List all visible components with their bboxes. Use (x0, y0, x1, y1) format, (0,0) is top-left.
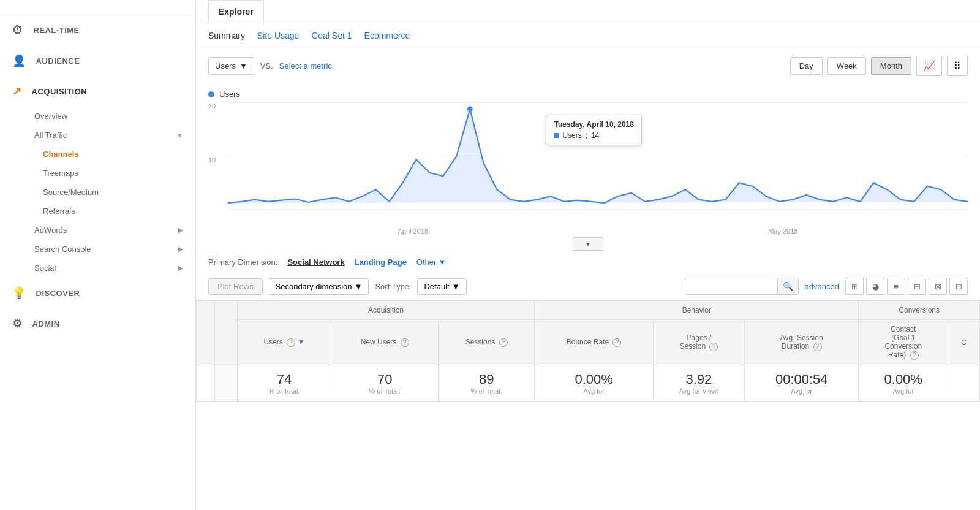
sidebar-sub-social[interactable]: Social ▶ (0, 259, 195, 278)
pages-help-icon[interactable]: ? (709, 343, 718, 351)
users-sort-arrow: ▼ (298, 338, 305, 346)
secondary-dim-arrow: ▼ (355, 282, 363, 291)
all-traffic-arrow: ▼ (176, 132, 183, 139)
sort-type-arrow: ▼ (452, 282, 460, 291)
conversions-header: Conversions (859, 301, 980, 320)
bounce-rate-header[interactable]: Bounce Rate ? (535, 320, 653, 365)
comparison-view-button[interactable]: ≡ (887, 278, 905, 295)
week-button[interactable]: Week (827, 57, 866, 75)
line-chart-button[interactable]: 📈 (916, 56, 942, 76)
search-input[interactable] (685, 279, 777, 294)
acquisition-icon: ↗ (12, 85, 22, 98)
controls-row: Users ▼ VS. Select a metric Day Week Mon… (196, 48, 980, 83)
new-users-header[interactable]: New Users ? (331, 320, 439, 365)
totals-pages-cell: 3.92 Avg for View: (653, 365, 744, 402)
totals-c-cell (948, 365, 980, 402)
sidebar-item-discover[interactable]: 💡 DISCOVER (0, 278, 195, 308)
dim-social-network[interactable]: Social Network (287, 257, 344, 267)
realtime-icon: ⏱ (12, 24, 24, 37)
sidebar-item-acquisition[interactable]: ↗ ACQUISITION (0, 76, 195, 107)
sessions-header[interactable]: Sessions ? (439, 320, 535, 365)
social-network-header-empty (215, 301, 238, 365)
chart-scroll: ▼ (208, 237, 968, 251)
sort-type-button[interactable]: Default ▼ (417, 278, 466, 295)
dropdown-arrow: ▼ (239, 61, 247, 70)
chart-y-axis: 20 10 (208, 102, 228, 210)
tab-summary[interactable]: Summary (208, 31, 245, 40)
sidebar-sub-adwords[interactable]: AdWords ▶ (0, 221, 195, 240)
sidebar-sub-overview[interactable]: Overview (0, 107, 195, 126)
discover-label: DISCOVER (36, 289, 80, 298)
sidebar-sub-treemaps[interactable]: Treemaps (0, 164, 195, 183)
sessions-help-icon[interactable]: ? (499, 338, 508, 347)
totals-label-cell (215, 365, 238, 402)
sidebar-sub-channels[interactable]: Channels (0, 145, 195, 164)
bounce-rate-help-icon[interactable]: ? (612, 338, 621, 347)
x-labels: April 2018 May 2018 (228, 227, 968, 235)
acquisition-label: ACQUISITION (32, 87, 88, 96)
sidebar-logo (0, 0, 195, 15)
admin-icon: ⚙ (12, 317, 23, 330)
explorer-tab[interactable]: Explorer (208, 0, 264, 23)
avg-session-header[interactable]: Avg. SessionDuration ? (745, 320, 859, 365)
metric-selector: Users ▼ VS. Select a metric (208, 57, 332, 75)
pivot-view-button[interactable]: ⊟ (908, 278, 926, 295)
pages-session-header[interactable]: Pages /Session ? (653, 320, 744, 365)
pie-view-button[interactable]: ◕ (866, 278, 884, 295)
users-header[interactable]: Users ? ▼ (237, 320, 331, 365)
time-buttons: Day Week Month 📈 ⠿ (790, 56, 968, 76)
legend-dot (208, 91, 214, 97)
main-content: Explorer Summary Site Usage Goal Set 1 E… (196, 0, 980, 510)
select-metric-link[interactable]: Select a metric (279, 61, 332, 70)
tab-ecommerce[interactable]: Ecommerce (364, 31, 410, 40)
grid-view-button[interactable]: ⊞ (845, 278, 864, 295)
scatter-chart-button[interactable]: ⠿ (947, 56, 968, 76)
chart-svg (228, 102, 968, 210)
checkbox-header-cell (197, 301, 215, 365)
tab-site-usage[interactable]: Site Usage (257, 31, 299, 40)
users-help-icon[interactable]: ? (287, 338, 295, 347)
avg-session-help-icon[interactable]: ? (813, 343, 822, 351)
sidebar-item-admin[interactable]: ⚙ ADMIN (0, 308, 195, 339)
new-users-help-icon[interactable]: ? (401, 338, 409, 347)
search-button[interactable]: 🔍 (777, 278, 798, 294)
tab-goal-set[interactable]: Goal Set 1 (311, 31, 352, 40)
chart-scroll-btn[interactable]: ▼ (573, 237, 603, 251)
acquisition-header: Acquisition (237, 301, 535, 320)
discover-icon: 💡 (12, 286, 26, 300)
dim-other[interactable]: Other ▼ (417, 257, 446, 267)
behavior-header: Behavior (535, 301, 859, 320)
chart-area: Users 20 10 (196, 83, 980, 251)
social-arrow: ▶ (178, 264, 183, 272)
lifetime-view-button[interactable]: ⊠ (929, 278, 947, 295)
search-box: 🔍 (685, 278, 799, 295)
advanced-link[interactable]: advanced (805, 282, 839, 291)
totals-users-cell: 74 % of Total: (237, 365, 331, 402)
sub-tabs: Summary Site Usage Goal Set 1 Ecommerce (196, 23, 980, 48)
extra-view-button[interactable]: ⊡ (949, 278, 968, 295)
sidebar-sub-source-medium[interactable]: Source/Medium (0, 183, 195, 202)
dim-landing-page[interactable]: Landing Page (355, 257, 407, 267)
sidebar-sub-search-console[interactable]: Search Console ▶ (0, 240, 195, 259)
c-header[interactable]: C (948, 320, 980, 365)
data-table-wrapper: Acquisition Behavior Conversions Users ?… (196, 300, 980, 402)
admin-label: ADMIN (32, 319, 60, 329)
plot-rows-button[interactable]: Plot Rows (208, 278, 263, 295)
day-button[interactable]: Day (790, 57, 823, 75)
other-dropdown-arrow: ▼ (438, 257, 446, 267)
x-label-april: April 2018 (398, 227, 429, 235)
contact-help-icon[interactable]: ? (910, 351, 919, 360)
sidebar-item-realtime[interactable]: ⏱ REAL-TIME (0, 15, 195, 45)
secondary-dim-button[interactable]: Secondary dimension ▼ (269, 278, 369, 295)
sidebar-sub-referrals[interactable]: Referrals (0, 202, 195, 221)
metric-dropdown[interactable]: Users ▼ (208, 57, 254, 75)
table-controls: Plot Rows Secondary dimension ▼ Sort Typ… (196, 273, 980, 300)
totals-row: 74 % of Total: 70 % of Total: 89 % of To… (197, 365, 980, 402)
sidebar: ⏱ REAL-TIME 👤 AUDIENCE ↗ ACQUISITION Ove… (0, 0, 196, 510)
sidebar-sub-all-traffic[interactable]: All Traffic ▼ (0, 126, 195, 145)
chart-legend: Users (208, 89, 968, 99)
sidebar-item-audience[interactable]: 👤 AUDIENCE (0, 45, 195, 76)
month-button[interactable]: Month (871, 57, 911, 75)
contact-header[interactable]: Contact(Goal 1ConversionRate) ? (859, 320, 948, 365)
data-table: Acquisition Behavior Conversions Users ?… (196, 300, 980, 402)
